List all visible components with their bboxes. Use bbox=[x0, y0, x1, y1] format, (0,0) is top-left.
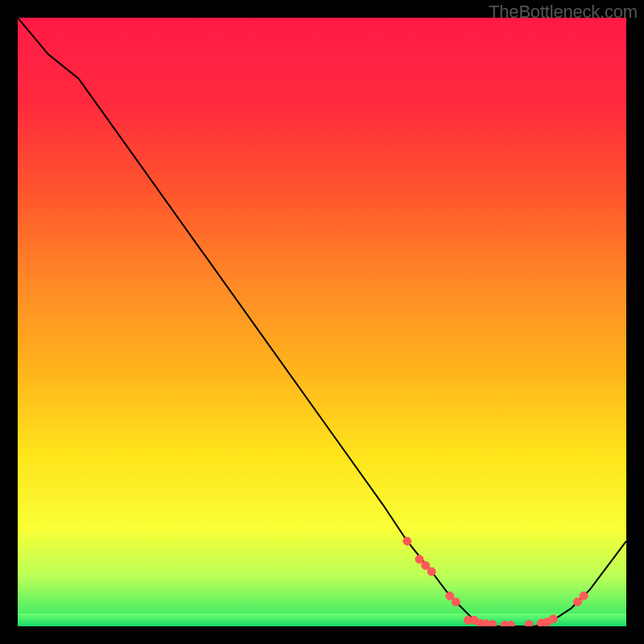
highlight-dot bbox=[427, 568, 436, 576]
curve-svg bbox=[18, 18, 626, 626]
highlight-dot bbox=[415, 555, 423, 564]
plot-area bbox=[18, 18, 626, 626]
highlight-dot bbox=[525, 621, 533, 626]
highlight-dot bbox=[446, 592, 454, 600]
highlight-dot bbox=[452, 598, 460, 606]
highlight-dot bbox=[403, 537, 411, 545]
highlight-dot bbox=[580, 592, 588, 600]
watermark-text: TheBottleneck.com bbox=[489, 2, 638, 23]
highlight-dot bbox=[489, 621, 497, 626]
highlight-dot bbox=[574, 598, 582, 606]
bottleneck-curve bbox=[18, 18, 626, 626]
highlight-dot bbox=[549, 615, 557, 623]
highlight-dot bbox=[422, 561, 430, 569]
dot-group bbox=[403, 537, 588, 626]
chart-frame: TheBottleneck.com bbox=[0, 0, 644, 644]
highlight-dot bbox=[506, 621, 514, 627]
